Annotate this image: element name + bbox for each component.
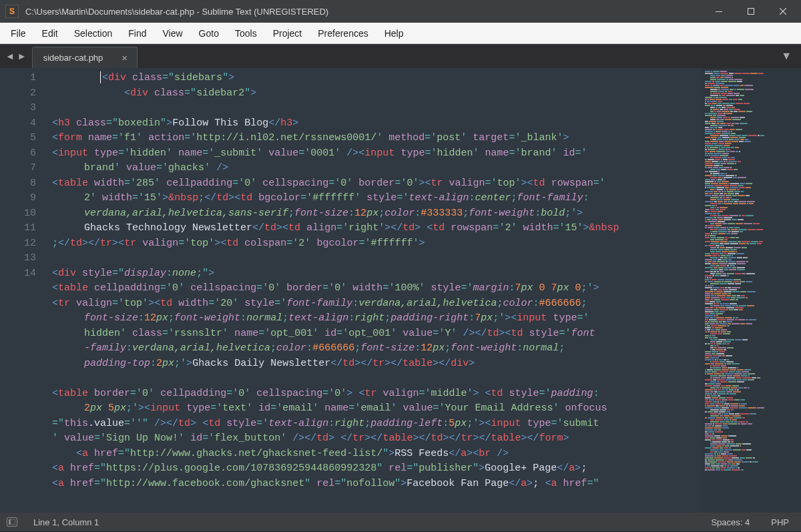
tabbar-menu-icon[interactable]: ▼ <box>781 50 797 62</box>
status-indentation[interactable]: Spaces: 4 <box>706 517 755 527</box>
tab-label: sidebar-cat.php <box>43 53 103 63</box>
code-editor[interactable]: <div class="sidebars"> <div class="sideb… <box>48 68 702 513</box>
status-position[interactable]: Line 1, Column 1 <box>28 517 104 527</box>
titlebar: S C:\Users\Martin\Documents\sidebar-cat.… <box>0 0 801 23</box>
tab-active[interactable]: sidebar-cat.php × <box>32 47 138 68</box>
nav-forward-icon[interactable]: ► <box>17 51 27 61</box>
editor-area: 1234567891011121314 <div class="sidebars… <box>0 68 801 513</box>
menubar: File Edit Selection Find View Goto Tools… <box>0 23 801 44</box>
status-syntax[interactable]: PHP <box>766 517 794 527</box>
menu-goto[interactable]: Goto <box>191 24 227 43</box>
menu-project[interactable]: Project <box>265 24 310 43</box>
close-button[interactable] <box>768 1 798 21</box>
menu-find[interactable]: Find <box>120 24 154 43</box>
minimap[interactable] <box>702 68 801 513</box>
statusbar: Line 1, Column 1 Spaces: 4 PHP <box>0 513 801 531</box>
app-icon: S <box>5 5 19 18</box>
menu-help[interactable]: Help <box>376 24 412 43</box>
svg-rect-1 <box>748 9 754 15</box>
nav-back-icon[interactable]: ◄ <box>5 51 15 61</box>
tabbar: ◄ ► sidebar-cat.php × ▼ <box>0 44 801 68</box>
panel-switcher-icon[interactable] <box>7 517 17 527</box>
menu-selection[interactable]: Selection <box>66 24 121 43</box>
svg-rect-0 <box>716 11 722 12</box>
window-title: C:\Users\Martin\Documents\sidebar-cat.ph… <box>25 7 704 17</box>
line-numbers-gutter[interactable]: 1234567891011121314 <box>0 68 48 513</box>
window-controls <box>704 1 798 21</box>
menu-tools[interactable]: Tools <box>227 24 265 43</box>
maximize-button[interactable] <box>736 1 766 21</box>
menu-view[interactable]: View <box>155 24 191 43</box>
svg-rect-3 <box>9 519 11 525</box>
tab-close-icon[interactable]: × <box>119 52 130 63</box>
minimize-button[interactable] <box>704 1 734 21</box>
menu-preferences[interactable]: Preferences <box>310 24 376 43</box>
menu-edit[interactable]: Edit <box>34 24 66 43</box>
menu-file[interactable]: File <box>3 24 34 43</box>
nav-arrows: ◄ ► <box>4 51 32 61</box>
